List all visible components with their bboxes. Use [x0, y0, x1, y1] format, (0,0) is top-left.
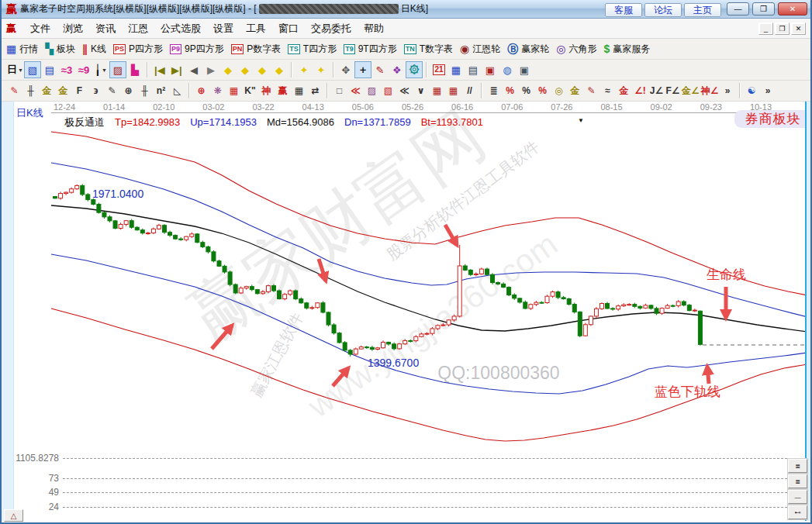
ying-grid-button[interactable]: 赢	[275, 82, 291, 99]
pattern-tool-button[interactable]: ▨	[109, 61, 126, 78]
wave-box-button[interactable]: ≈	[599, 82, 616, 99]
close-button[interactable]: ✕	[778, 2, 807, 16]
mdi-minimize-button[interactable]: _	[758, 22, 773, 35]
fan-purple-button[interactable]: ▨	[364, 82, 380, 99]
ray-lines-button[interactable]: ≪	[396, 82, 413, 99]
toolbar-button-sectors[interactable]: ▚板块	[45, 43, 75, 56]
price-grid-1-button[interactable]: ▦	[429, 82, 445, 99]
percent-line-button[interactable]: %	[534, 82, 551, 99]
diamond-compress-button[interactable]: ◆	[271, 61, 288, 78]
period-selector-button[interactable]: 日▼	[6, 61, 24, 78]
gold-red-button[interactable]: 金	[616, 82, 632, 99]
mdi-close-button[interactable]: ✕	[791, 22, 806, 35]
gold-grid-2-button[interactable]: 金	[55, 82, 71, 99]
customer-service-button[interactable]: 客服	[605, 3, 642, 17]
percent-tool-button[interactable]: %	[518, 82, 534, 99]
indicator-menu-1-button[interactable]: ≣	[788, 459, 807, 473]
more-draw-tools-button[interactable]: »	[720, 82, 736, 99]
angle-ruler-button[interactable]: ◺	[169, 82, 185, 99]
more-tools-button[interactable]: »	[760, 82, 776, 99]
menu-8[interactable]: 窗口	[272, 19, 305, 38]
toolbar-button-winner-wheel[interactable]: Ⓑ赢家轮	[507, 43, 549, 56]
parallel-lines-button[interactable]: //	[461, 82, 478, 99]
f-grid-button[interactable]: F	[71, 82, 88, 99]
candle-style-button[interactable]: ╽▼	[92, 61, 109, 78]
pencil-tool-button[interactable]: ✎	[104, 82, 120, 99]
span-arrows-button[interactable]: ⇄	[307, 82, 323, 99]
fan-red-button[interactable]: ≪	[347, 82, 364, 99]
expand-panel-button[interactable]: △	[4, 509, 23, 522]
wave-9-button[interactable]: ≈9	[75, 61, 92, 78]
wave-3-button[interactable]: ≈3	[58, 61, 75, 78]
radial-star-button[interactable]: ❋	[209, 82, 226, 99]
toolbar-button-kline[interactable]: ∥K线	[82, 43, 106, 56]
forum-button[interactable]: 论坛	[644, 3, 682, 17]
info-panel-button[interactable]: ▤	[41, 61, 58, 78]
f-angle-button[interactable]: F∠	[665, 82, 681, 99]
indicator-menu-2-button[interactable]: ≣	[788, 474, 807, 488]
n2-tool-button[interactable]: n²	[153, 82, 169, 99]
last-page-button[interactable]: ▶|	[168, 61, 185, 78]
diamond-left-button[interactable]: ◆	[219, 61, 237, 78]
hand-tool-button[interactable]: ✥	[337, 61, 354, 78]
target-cross-button[interactable]: ⊕	[193, 82, 209, 99]
menu-7[interactable]: 工具	[240, 19, 272, 38]
k-pattern-button[interactable]: K"	[242, 82, 258, 99]
taiji-button[interactable]: ☯	[744, 82, 760, 99]
brush-tool-button[interactable]: ✎	[6, 82, 22, 99]
scale-tool-button[interactable]: ≣	[485, 82, 502, 99]
menu-10[interactable]: 帮助	[358, 19, 390, 38]
indicator-menu-3-button[interactable]: —	[788, 490, 807, 504]
web-save-tool-button[interactable]: ◍	[499, 61, 516, 78]
crosshair-tool-button[interactable]: ＋	[354, 61, 371, 78]
indicator-header[interactable]: 极反通道Tp=1842.9983Up=1714.1953Md=1564.9086…	[64, 115, 493, 129]
menu-2[interactable]: 浏览	[57, 19, 89, 38]
menu-1[interactable]: 文件	[24, 19, 57, 38]
diamond-zoom-in-button[interactable]: ✦	[313, 61, 330, 78]
volume-histogram-button[interactable]: ▙	[126, 61, 143, 78]
analysis-brain-tool-button[interactable]: ۞	[406, 61, 423, 78]
chart-layout-button[interactable]: ▧	[24, 61, 41, 78]
gold-line-button[interactable]: 金	[567, 82, 583, 99]
toolbar-button-9p-square[interactable]: P99P四方形	[170, 43, 224, 56]
red-grid-button[interactable]: ▦	[226, 82, 242, 99]
mdi-restore-button[interactable]: ❐	[775, 22, 790, 35]
calendar-tool-button[interactable]: 21	[430, 61, 447, 78]
computer-tool-button[interactable]: ▣	[516, 61, 533, 78]
j-angle-button[interactable]: J∠	[648, 82, 665, 99]
gold-circle-button[interactable]: ◎	[551, 82, 567, 99]
prev-page-button[interactable]: ◀	[185, 61, 202, 78]
menu-4[interactable]: 江恩	[122, 19, 154, 38]
gold-angle-button[interactable]: 金∠	[681, 82, 700, 99]
next-page-button[interactable]: ▶	[202, 61, 219, 78]
box-select-button[interactable]: □	[331, 82, 347, 99]
save-tool-button[interactable]: ▣	[482, 61, 499, 78]
menu-9[interactable]: 交易委托	[305, 19, 358, 38]
restore-button[interactable]: ❐	[752, 2, 775, 16]
menu-5[interactable]: 公式选股	[154, 19, 207, 38]
marker-tool-button[interactable]: ✎	[371, 61, 389, 78]
gann-shape-tool-button[interactable]: ❖	[389, 61, 406, 78]
calculator-tool-button[interactable]: ▦	[447, 61, 465, 78]
toolbar-button-t-number-table[interactable]: TNT数字表	[404, 43, 453, 56]
toolbar-button-p-number-table[interactable]: PNP数字表	[231, 43, 282, 56]
first-page-button[interactable]: |◀	[151, 61, 168, 78]
toolbar-button-t-square[interactable]: TST四方形	[288, 43, 337, 56]
diamond-expand-button[interactable]: ◆	[254, 61, 271, 78]
menu-3[interactable]: 资讯	[89, 19, 122, 38]
toolbar-button-hexagon[interactable]: ◎六角形	[556, 43, 596, 56]
toolbar-button-quotes[interactable]: ▦行情	[6, 43, 38, 56]
diamond-zoom-out-button[interactable]: ✦	[295, 61, 313, 78]
diamond-right-button[interactable]: ◆	[237, 61, 254, 78]
indicator-slider-button[interactable]: ⊷	[788, 505, 807, 519]
shen-angle-button[interactable]: 神∠	[700, 82, 720, 99]
number-grid-button[interactable]: ▦	[291, 82, 307, 99]
shen-grid-button[interactable]: 神	[258, 82, 275, 99]
angle-alert-button[interactable]: ∠!	[632, 82, 648, 99]
minimize-button[interactable]: —	[727, 2, 749, 16]
toolbar-button-p-square[interactable]: PSP四方形	[113, 43, 163, 56]
time-circle-button[interactable]: ⊕	[120, 82, 136, 99]
price-grid-2-button[interactable]: ▦	[445, 82, 461, 99]
notes-tool-button[interactable]: ▤	[465, 61, 482, 78]
spiral-tool-button[interactable]: ϶	[88, 82, 104, 99]
